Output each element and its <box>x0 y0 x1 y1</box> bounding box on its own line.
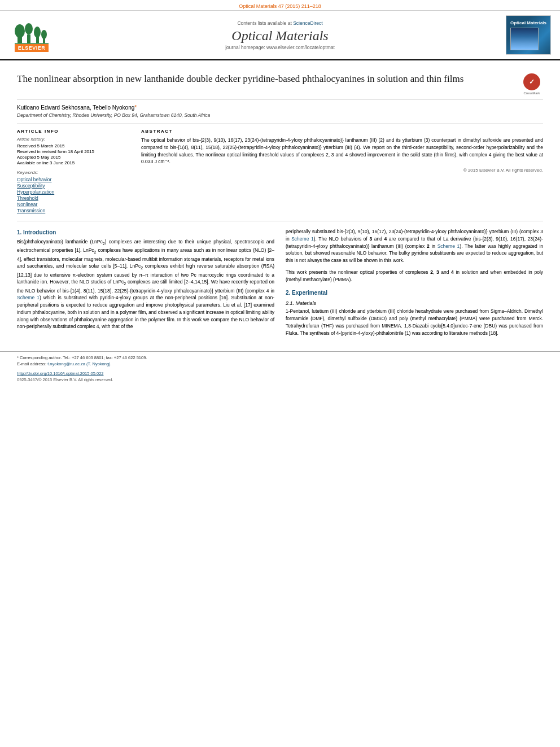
keyword-5[interactable]: Nonlinear <box>17 202 130 207</box>
scheme1-link-1[interactable]: Scheme 1 <box>17 295 40 300</box>
svg-point-3 <box>25 23 33 34</box>
abstract-col: ABSTRACT The optical behavior of bis-{2(… <box>141 129 543 214</box>
keyword-3[interactable]: Hyperpolarization <box>17 189 130 195</box>
article-info-heading: ARTICLE INFO <box>17 129 130 134</box>
intro-text-col2: peripherally substituted bis-{2(3), 9(10… <box>286 228 543 264</box>
elsevier-logo: ELSEVIER <box>9 19 54 52</box>
history-received: Received 5 March 2015 <box>17 143 130 148</box>
keyword-4[interactable]: Threshold <box>17 195 130 201</box>
doi-link[interactable]: http://dx.doi.org/10.1016/j.optmat.2015.… <box>17 371 103 376</box>
email-value: t.nyokong@ru.ac.za (T. Nyokong). <box>47 361 112 366</box>
svg-point-1 <box>15 24 25 38</box>
top-banner: Optical Materials 47 (2015) 211–218 <box>0 0 560 11</box>
body-col-left: 1. Introduction Bis(phthalocyaninato) la… <box>17 228 274 337</box>
authors-line: Kutloano Edward Sekhosana, Tebello Nyoko… <box>17 104 543 111</box>
experimental-heading: 2. Experimental <box>286 290 543 296</box>
history-available: Available online 3 June 2015 <box>17 160 130 165</box>
contents-available-line: Contents lists available at ScienceDirec… <box>60 20 500 26</box>
email-footnote: E-mail address: t.nyokong@ru.ac.za (T. N… <box>17 361 543 368</box>
svg-rect-6 <box>43 38 45 43</box>
info-abstract-section: ARTICLE INFO Article history: Received 5… <box>17 124 543 214</box>
body-section: 1. Introduction Bis(phthalocyaninato) la… <box>17 228 543 337</box>
abstract-heading: ABSTRACT <box>141 129 543 134</box>
crossmark-icon: ✓ <box>523 73 540 90</box>
section-divider <box>17 221 543 221</box>
journal-header: ELSEVIER Contents lists available at Sci… <box>0 11 560 60</box>
elsevier-tree-icon <box>15 19 49 44</box>
crossmark-label: CrossMark <box>523 91 540 95</box>
article-info-col: ARTICLE INFO Article history: Received 5… <box>17 129 130 214</box>
keyword-1[interactable]: Optical behavior <box>17 177 130 182</box>
intro-heading: 1. Introduction <box>17 229 274 235</box>
materials-text: 1-Pentanol, lutetium (III) chloride and … <box>286 308 543 337</box>
journal-header-center: Contents lists available at ScienceDirec… <box>60 20 500 50</box>
journal-homepage: journal homepage: www.elsevier.com/locat… <box>60 45 500 50</box>
journal-image-label: Optical Materials <box>510 20 546 25</box>
journal-ref: Optical Materials 47 (2015) 211–218 <box>239 3 321 9</box>
svg-point-5 <box>34 27 41 38</box>
history-revised: Received in revised form 18 April 2015 <box>17 149 130 154</box>
abstract-copyright: © 2015 Elsevier B.V. All rights reserved… <box>141 168 543 173</box>
article-history-label: Article history: <box>17 137 130 142</box>
sciencedirect-label: ScienceDirect <box>293 20 322 26</box>
svg-point-7 <box>41 30 47 39</box>
affiliation: Department of Chemistry, Rhodes Universi… <box>17 112 543 118</box>
keyword-6[interactable]: Transmission <box>17 208 130 213</box>
abstract-text: The optical behavior of bis-{2(3), 9(10)… <box>141 137 543 165</box>
email-label: E-mail address: <box>17 361 46 366</box>
contents-label: Contents lists available at <box>237 20 291 26</box>
corresponding-author-footnote: * Corresponding author. Tel.: +27 46 603… <box>17 355 543 361</box>
scheme1-link-2[interactable]: Scheme 1 <box>291 236 313 242</box>
materials-subheading: 2.1. Materials <box>286 300 543 306</box>
intro-text-col1: Bis(phthalocyaninato) lanthanide (LnPc2)… <box>17 238 274 330</box>
svg-rect-2 <box>27 34 30 43</box>
corresponding-author-note: * Corresponding author. Tel.: +27 46 603… <box>17 355 147 360</box>
journal-title: Optical Materials <box>60 28 500 43</box>
svg-text:✓: ✓ <box>529 78 535 86</box>
page-footer: * Corresponding author. Tel.: +27 46 603… <box>0 351 560 382</box>
crossmark-badge[interactable]: ✓ CrossMark <box>520 73 543 95</box>
journal-cover-image: Optical Materials <box>506 15 551 55</box>
history-accepted: Accepted 5 May 2015 <box>17 155 130 160</box>
article-title-section: The nonlinear absorption in new lanthani… <box>17 73 543 99</box>
keywords-section: Keywords: Optical behavior Susceptibilit… <box>17 170 130 213</box>
corresponding-author-marker: * <box>134 104 137 111</box>
article-title: The nonlinear absorption in new lanthani… <box>17 73 515 85</box>
main-content: The nonlinear absorption in new lanthani… <box>0 60 560 342</box>
keyword-2[interactable]: Susceptibility <box>17 183 130 189</box>
authors: Kutloano Edward Sekhosana, Tebello Nyoko… <box>17 104 134 111</box>
body-col-right: peripherally substituted bis-{2(3), 9(10… <box>286 228 543 337</box>
scheme1-link-3[interactable]: Scheme 1 <box>438 243 460 249</box>
intro-text-col2-paragraph2: This work presents the nonlinear optical… <box>286 269 543 283</box>
issn-line: 0925-3467/© 2015 Elsevier B.V. All right… <box>17 377 543 382</box>
elsevier-wordmark: ELSEVIER <box>15 44 49 52</box>
keywords-label: Keywords: <box>17 170 130 175</box>
